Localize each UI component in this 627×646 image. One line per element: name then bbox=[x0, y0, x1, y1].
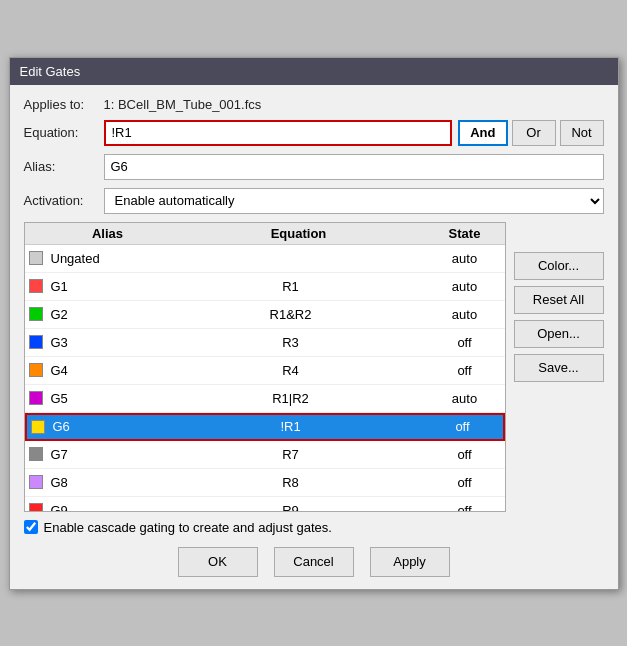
cell-equation: R1&R2 bbox=[157, 307, 425, 322]
table-row[interactable]: G9R9off bbox=[25, 497, 505, 511]
cell-state: off bbox=[425, 363, 505, 378]
cell-equation: R9 bbox=[157, 503, 425, 511]
row-color-swatch bbox=[29, 447, 43, 461]
cell-alias: G3 bbox=[47, 335, 157, 350]
cell-equation: !R1 bbox=[159, 419, 423, 434]
table-row[interactable]: G3R3off bbox=[25, 329, 505, 357]
reset-all-button[interactable]: Reset All bbox=[514, 286, 604, 314]
equation-label: Equation: bbox=[24, 125, 104, 140]
cascade-gating-row: Enable cascade gating to create and adju… bbox=[24, 520, 604, 535]
cell-equation: R8 bbox=[157, 475, 425, 490]
cell-equation: R7 bbox=[157, 447, 425, 462]
cell-alias: G1 bbox=[47, 279, 157, 294]
cell-alias: G4 bbox=[47, 363, 157, 378]
row-color-swatch bbox=[29, 391, 43, 405]
activation-select[interactable]: Enable automatically Enable manually Dis… bbox=[104, 188, 604, 214]
row-color-swatch bbox=[31, 420, 45, 434]
cell-alias: G8 bbox=[47, 475, 157, 490]
table-row[interactable]: G8R8off bbox=[25, 469, 505, 497]
open-button[interactable]: Open... bbox=[514, 320, 604, 348]
table-row[interactable]: Ungatedauto bbox=[25, 245, 505, 273]
row-color-swatch bbox=[29, 503, 43, 511]
table-row[interactable]: G5R1|R2auto bbox=[25, 385, 505, 413]
cell-equation: R1 bbox=[157, 279, 425, 294]
table-scroll[interactable]: UngatedautoG1R1autoG2R1&R2autoG3R3offG4R… bbox=[25, 245, 505, 511]
or-button[interactable]: Or bbox=[512, 120, 556, 146]
alias-input[interactable] bbox=[104, 154, 604, 180]
cell-state: off bbox=[423, 419, 503, 434]
cell-state: off bbox=[425, 447, 505, 462]
gate-table: Alias Equation State UngatedautoG1R1auto… bbox=[24, 222, 506, 512]
edit-gates-dialog: Edit Gates Applies to: 1: BCell_BM_Tube_… bbox=[9, 57, 619, 590]
bottom-buttons: OK Cancel Apply bbox=[24, 547, 604, 577]
cancel-button[interactable]: Cancel bbox=[274, 547, 354, 577]
table-row[interactable]: G6!R1off bbox=[25, 413, 505, 441]
cell-state: auto bbox=[425, 307, 505, 322]
table-row[interactable]: G7R7off bbox=[25, 441, 505, 469]
cell-state: auto bbox=[425, 251, 505, 266]
title-bar: Edit Gates bbox=[10, 58, 618, 85]
cascade-gating-label: Enable cascade gating to create and adju… bbox=[44, 520, 332, 535]
row-color-swatch bbox=[29, 475, 43, 489]
cell-alias: G9 bbox=[47, 503, 157, 511]
header-equation: Equation bbox=[173, 226, 425, 241]
alias-label: Alias: bbox=[24, 159, 104, 174]
color-button[interactable]: Color... bbox=[514, 252, 604, 280]
table-header: Alias Equation State bbox=[25, 223, 505, 245]
save-button[interactable]: Save... bbox=[514, 354, 604, 382]
equation-input[interactable] bbox=[104, 120, 453, 146]
row-color-swatch bbox=[29, 251, 43, 265]
dialog-title: Edit Gates bbox=[20, 64, 81, 79]
header-state: State bbox=[425, 226, 505, 241]
cell-state: off bbox=[425, 503, 505, 511]
cell-alias: G6 bbox=[49, 419, 159, 434]
activation-label: Activation: bbox=[24, 193, 104, 208]
row-color-swatch bbox=[29, 363, 43, 377]
and-button[interactable]: And bbox=[458, 120, 507, 146]
applies-value: 1: BCell_BM_Tube_001.fcs bbox=[104, 97, 262, 112]
row-color-swatch bbox=[29, 279, 43, 293]
cell-alias: G2 bbox=[47, 307, 157, 322]
apply-button[interactable]: Apply bbox=[370, 547, 450, 577]
not-button[interactable]: Not bbox=[560, 120, 604, 146]
cascade-gating-checkbox[interactable] bbox=[24, 520, 38, 534]
header-alias: Alias bbox=[43, 226, 173, 241]
table-row[interactable]: G1R1auto bbox=[25, 273, 505, 301]
cell-state: auto bbox=[425, 279, 505, 294]
side-buttons-panel: Color... Reset All Open... Save... bbox=[514, 222, 604, 512]
table-row[interactable]: G4R4off bbox=[25, 357, 505, 385]
row-color-swatch bbox=[29, 335, 43, 349]
cell-equation: R3 bbox=[157, 335, 425, 350]
cell-alias: Ungated bbox=[47, 251, 157, 266]
ok-button[interactable]: OK bbox=[178, 547, 258, 577]
applies-label: Applies to: bbox=[24, 97, 104, 112]
cell-state: off bbox=[425, 475, 505, 490]
cell-equation: R1|R2 bbox=[157, 391, 425, 406]
table-row[interactable]: G2R1&R2auto bbox=[25, 301, 505, 329]
cell-alias: G5 bbox=[47, 391, 157, 406]
cell-state: auto bbox=[425, 391, 505, 406]
cell-alias: G7 bbox=[47, 447, 157, 462]
row-color-swatch bbox=[29, 307, 43, 321]
cell-equation: R4 bbox=[157, 363, 425, 378]
cell-state: off bbox=[425, 335, 505, 350]
